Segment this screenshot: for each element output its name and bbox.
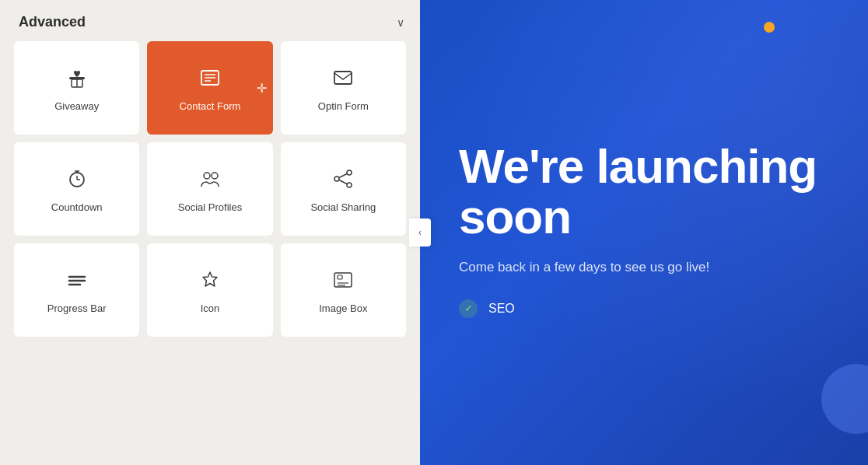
widget-tile-progress-bar[interactable]: Progress Bar — [14, 243, 139, 337]
svg-rect-23 — [334, 273, 352, 287]
svg-line-18 — [339, 174, 347, 178]
collapse-panel-button[interactable]: ‹ — [409, 219, 431, 246]
left-panel: Advanced ∨ Giveaway — [0, 0, 420, 465]
hero-heading: We're launching soon — [459, 141, 829, 242]
widget-tile-social-sharing[interactable]: Social Sharing — [281, 142, 406, 236]
widget-tile-optin-form[interactable]: Optin Form — [281, 41, 406, 135]
widget-grid: Giveaway Contact Form ✛ — [0, 41, 420, 351]
countdown-label: Countdown — [51, 201, 103, 213]
svg-point-16 — [334, 177, 339, 181]
feature-label-seo: SEO — [488, 302, 515, 316]
chevron-down-icon[interactable]: ∨ — [397, 16, 404, 29]
progress-bar-icon — [66, 269, 88, 295]
hero-content: We're launching soon Come back in a few … — [459, 141, 829, 324]
feature-item-seo: ✓ SEO — [459, 299, 829, 318]
social-sharing-label: Social Sharing — [310, 201, 376, 213]
orange-dot-decoration — [764, 22, 775, 33]
svg-point-17 — [347, 183, 352, 187]
optin-form-label: Optin Form — [318, 100, 369, 112]
social-profiles-icon — [199, 168, 221, 194]
svg-point-14 — [212, 173, 218, 179]
move-cursor-icon: ✛ — [257, 81, 267, 96]
right-panel: We're launching soon Come back in a few … — [420, 0, 868, 465]
widget-tile-social-profiles[interactable]: Social Profiles — [147, 142, 272, 236]
svg-rect-24 — [338, 275, 342, 279]
optin-form-icon — [332, 67, 354, 93]
blue-circle-decoration — [821, 364, 868, 434]
panel-title: Advanced — [19, 14, 86, 30]
hero-subtext: Come back in a few days to see us go liv… — [459, 257, 754, 278]
giveaway-label: Giveaway — [54, 100, 99, 112]
svg-point-13 — [204, 173, 210, 179]
social-profiles-label: Social Profiles — [178, 201, 242, 213]
contact-form-label: Contact Form — [180, 100, 241, 112]
countdown-icon — [66, 168, 88, 194]
panel-header: Advanced ∨ — [0, 0, 420, 41]
giveaway-icon — [66, 67, 88, 93]
widget-tile-image-box[interactable]: Image Box — [281, 243, 406, 337]
image-box-label: Image Box — [319, 302, 367, 314]
icon-widget-label: Icon — [201, 302, 220, 314]
icon-widget-icon — [199, 269, 221, 295]
contact-form-icon — [199, 67, 221, 93]
check-icon: ✓ — [459, 299, 478, 318]
collapse-arrow-icon: ‹ — [418, 227, 422, 238]
svg-point-15 — [347, 170, 352, 175]
image-box-icon — [332, 269, 354, 295]
svg-line-19 — [339, 180, 347, 184]
svg-rect-7 — [334, 72, 352, 84]
widget-tile-countdown[interactable]: Countdown — [14, 142, 139, 236]
widget-tile-icon[interactable]: Icon — [147, 243, 272, 337]
widget-tile-contact-form[interactable]: Contact Form ✛ — [147, 41, 272, 135]
social-sharing-icon — [332, 168, 354, 194]
widget-tile-giveaway[interactable]: Giveaway — [14, 41, 139, 135]
feature-list: ✓ SEO — [459, 299, 829, 318]
progress-bar-label: Progress Bar — [47, 302, 107, 314]
